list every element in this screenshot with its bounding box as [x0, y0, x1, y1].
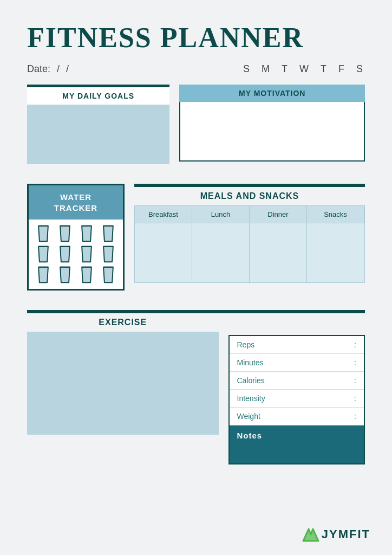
water-glasses-grid: [29, 220, 123, 289]
bottom-sections: EXERCISE Reps : Minutes : Calories : Int…: [27, 313, 365, 464]
motivation-box[interactable]: [179, 102, 365, 162]
meal-column-body[interactable]: [192, 223, 250, 282]
glass-icon: [99, 225, 117, 242]
day-label: F: [338, 63, 347, 75]
date-separator2: /: [66, 63, 69, 75]
glass-icon: [99, 266, 117, 283]
meal-column-body[interactable]: [135, 223, 192, 282]
daily-goals-header: MY DAILY GOALS: [27, 87, 169, 105]
glass-icon: [56, 225, 74, 242]
glass-icon: [77, 266, 96, 283]
date-label: Date: / /: [27, 63, 69, 75]
meal-column-body[interactable]: [250, 223, 307, 282]
meal-column-header: Dinner: [250, 206, 307, 223]
meals-columns: BreakfastLunchDinnerSnacks: [134, 205, 365, 283]
glass-icon: [99, 246, 117, 263]
exercise-box[interactable]: [27, 332, 219, 435]
day-label: S: [243, 63, 252, 75]
glass-icon: [34, 225, 53, 242]
stat-label: Reps: [237, 340, 355, 349]
glass-icon: [77, 225, 96, 242]
fitness-planner-page: FITNESS PLANNER Date: / / SMTWTFS MY DAI…: [0, 0, 392, 555]
daily-goals-section: MY DAILY GOALS: [27, 85, 169, 164]
motivation-section: MY MOTIVATION: [179, 85, 365, 164]
middle-sections: WATERTRACKER: [27, 184, 365, 291]
day-label: W: [299, 63, 311, 75]
day-label: T: [321, 63, 329, 75]
glass-icon: [56, 266, 74, 283]
meal-column-header: Breakfast: [135, 206, 192, 223]
day-label: T: [282, 63, 290, 75]
stats-section: Reps : Minutes : Calories : Intensity : …: [228, 313, 365, 464]
meal-column-header: Lunch: [192, 206, 250, 223]
stat-row: Minutes :: [230, 354, 364, 372]
stat-row: Intensity :: [230, 390, 364, 408]
meal-column-header: Snacks: [307, 206, 364, 223]
daily-goals-box[interactable]: [27, 105, 169, 164]
stat-label: Calories: [237, 376, 355, 385]
water-tracker-section: WATERTRACKER: [27, 184, 125, 291]
top-sections: MY DAILY GOALS MY MOTIVATION: [27, 85, 365, 164]
stats-box: Reps : Minutes : Calories : Intensity : …: [228, 335, 365, 464]
glass-icon: [34, 266, 53, 283]
exercise-section: EXERCISE: [27, 313, 219, 464]
stat-label: Intensity: [237, 394, 355, 403]
date-separator1: /: [57, 63, 60, 75]
stat-row: Reps :: [230, 336, 364, 354]
day-label: S: [356, 63, 365, 75]
motivation-header: MY MOTIVATION: [179, 85, 365, 102]
glass-icon: [34, 246, 53, 263]
stat-label: Minutes: [237, 358, 355, 367]
stat-row: Weight :: [230, 408, 364, 425]
logo: JYMFIT: [302, 527, 370, 542]
date-text: Date:: [27, 63, 50, 75]
glass-icon: [77, 246, 96, 263]
stat-colon: :: [354, 394, 356, 403]
stat-colon: :: [354, 376, 356, 385]
glass-icon: [56, 246, 74, 263]
day-label: M: [262, 63, 272, 75]
page-title: FITNESS PLANNER: [27, 22, 365, 54]
stat-colon: :: [354, 412, 356, 421]
days-row: SMTWTFS: [243, 63, 365, 75]
meals-header: MEALS AND SNACKS: [134, 187, 365, 205]
water-tracker-header: WATERTRACKER: [29, 185, 123, 220]
logo-text: JYMFIT: [322, 527, 370, 541]
stat-colon: :: [354, 340, 356, 349]
notes-row[interactable]: Notes: [230, 425, 364, 463]
meal-column-body[interactable]: [307, 223, 364, 282]
stat-colon: :: [354, 358, 356, 367]
logo-icon: [302, 527, 319, 542]
date-row: Date: / / SMTWTFS: [27, 63, 365, 75]
exercise-header: EXERCISE: [27, 313, 219, 332]
stat-label: Weight: [237, 412, 355, 421]
stat-row: Calories :: [230, 372, 364, 390]
meals-section: MEALS AND SNACKS BreakfastLunchDinnerSna…: [134, 184, 365, 291]
